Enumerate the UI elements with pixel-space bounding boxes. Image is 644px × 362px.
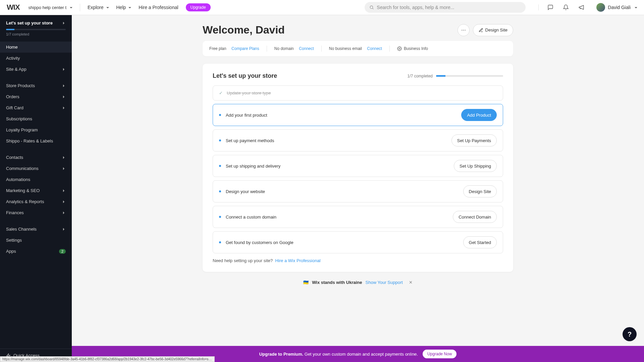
search-icon [369, 5, 374, 10]
user-name: David Giali [608, 5, 631, 10]
chevron-right-icon [62, 83, 66, 88]
step-label: Set up payment methods [226, 138, 274, 143]
svg-point-4 [463, 29, 464, 30]
sidebar-item-home[interactable]: Home [0, 42, 72, 53]
connect-email-link[interactable]: Connect [367, 46, 382, 51]
chevron-right-icon [62, 105, 66, 110]
step-action-button[interactable]: Connect Domain [453, 211, 497, 223]
wix-logo[interactable]: WIX [7, 3, 20, 12]
sidebar-item-settings[interactable]: Settings [0, 235, 72, 246]
svg-point-6 [399, 48, 400, 49]
design-site-button[interactable]: Design Site [473, 24, 513, 36]
step-action-button[interactable]: Set Up Shipping [454, 160, 497, 172]
chevron-right-icon [62, 166, 66, 171]
sidebar-nav: HomeActivitySite & AppStore ProductsOrde… [0, 42, 72, 349]
sidebar-item-label: Loyalty Program [6, 127, 38, 132]
page-title: Welcome, David [203, 24, 285, 36]
help-fab[interactable]: ? [623, 327, 637, 341]
setup-progress-text: 1/7 completed [408, 74, 433, 78]
chevron-right-icon [62, 155, 66, 160]
chevron-right-icon [62, 188, 66, 193]
business-info-link[interactable]: Business Info [397, 46, 428, 51]
hire-wix-pro-link[interactable]: Hire a Wix Professional [275, 258, 320, 263]
nav-explore[interactable]: Explore [88, 5, 109, 10]
step-action-button[interactable]: Add Product [461, 109, 497, 121]
setup-step[interactable]: ✓Update your store type [213, 85, 503, 101]
setup-step[interactable]: Add your first productAdd Product [213, 104, 503, 126]
sidebar-item-label: Site & App [6, 67, 26, 72]
step-label: Set up shipping and delivery [226, 164, 280, 169]
sidebar-item-site-app[interactable]: Site & App [0, 64, 72, 75]
step-action-button[interactable]: Set Up Payments [451, 134, 497, 146]
sidebar-item-label: Sales Channels [6, 227, 37, 232]
sidebar-item-apps[interactable]: Apps2 [0, 246, 72, 257]
sidebar-item-contacts[interactable]: Contacts [0, 152, 72, 163]
bullet-icon [219, 139, 221, 141]
upgrade-bold: Upgrade to Premium. [259, 352, 303, 357]
ukraine-banner: 🇺🇦 Wix stands with Ukraine Show Your Sup… [203, 280, 513, 285]
setup-step[interactable]: Design your websiteDesign Site [213, 180, 503, 202]
question-icon: ? [628, 330, 632, 338]
sidebar-item-marketing-seo[interactable]: Marketing & SEO [0, 185, 72, 196]
sidebar-item-automations[interactable]: Automations [0, 174, 72, 185]
bell-icon[interactable] [563, 4, 569, 10]
avatar [596, 3, 605, 12]
sidebar-item-label: Gift Card [6, 105, 23, 110]
upgrade-now-button[interactable]: Upgrade Now [423, 350, 457, 358]
business-info-label: Business Info [404, 46, 428, 51]
compare-plans-link[interactable]: Compare Plans [231, 46, 259, 51]
check-icon: ✓ [219, 90, 223, 96]
svg-point-3 [462, 29, 462, 30]
sidebar-item-analytics-reports[interactable]: Analytics & Reports [0, 196, 72, 207]
sidebar-item-finances[interactable]: Finances [0, 207, 72, 218]
upgrade-text: Get your own custom domain and accept pa… [305, 352, 418, 357]
sidebar-item-store-products[interactable]: Store Products [0, 80, 72, 91]
flag-icon: 🇺🇦 [303, 280, 309, 285]
setup-title: Let's set up your store [213, 72, 277, 79]
setup-step[interactable]: Get found by customers on GoogleGet Star… [213, 231, 503, 253]
search-input[interactable]: Search for tools, apps, help & more... [365, 2, 526, 13]
nav-help[interactable]: Help [116, 5, 131, 10]
nav-hire[interactable]: Hire a Professional [139, 5, 178, 10]
chevron-down-icon [127, 5, 131, 10]
step-action-button[interactable]: Design Site [463, 185, 497, 197]
megaphone-icon[interactable] [578, 4, 584, 10]
sidebar-item-orders[interactable]: Orders [0, 91, 72, 102]
step-label: Update your store type [227, 90, 271, 96]
sidebar-item-shippo-rates-labels[interactable]: Shippo - Rates & Labels [0, 135, 72, 146]
top-nav: Explore Help Hire a Professional Upgrade [88, 3, 211, 11]
badge: 2 [59, 249, 66, 254]
svg-point-0 [370, 6, 373, 8]
banner-link[interactable]: Show Your Support [366, 280, 403, 285]
pencil-icon [479, 28, 483, 33]
sidebar-item-subscriptions[interactable]: Subscriptions [0, 113, 72, 124]
nav-help-label: Help [116, 5, 126, 10]
sidebar-item-label: Activity [6, 56, 20, 61]
separator [267, 46, 267, 52]
svg-line-1 [373, 8, 374, 9]
user-menu[interactable]: David Giali [596, 3, 637, 12]
bullet-icon [219, 114, 221, 116]
sidebar-item-gift-card[interactable]: Gift Card [0, 102, 72, 113]
close-icon[interactable]: ✕ [409, 280, 413, 285]
sidebar-item-activity[interactable]: Activity [0, 53, 72, 64]
setup-step[interactable]: Connect a custom domainConnect Domain [213, 206, 503, 228]
chevron-down-icon [105, 5, 109, 10]
more-actions-button[interactable] [458, 24, 470, 36]
sidebar-item-loyalty-program[interactable]: Loyalty Program [0, 124, 72, 135]
sidebar-item-communications[interactable]: Communications [0, 163, 72, 174]
step-action-button[interactable]: Get Started [463, 236, 497, 248]
step-label: Connect a custom domain [226, 215, 276, 220]
sidebar-setup-block[interactable]: Let's set up your store 1/7 completed [0, 15, 72, 40]
setup-help: Need help setting up your site? Hire a W… [213, 258, 503, 263]
step-label: Design your website [226, 189, 265, 194]
site-selector[interactable]: shippo help center t [26, 4, 80, 11]
setup-step[interactable]: Set up payment methodsSet Up Payments [213, 129, 503, 152]
dots-icon [461, 27, 466, 33]
upgrade-pill[interactable]: Upgrade [186, 3, 211, 11]
sidebar-item-label: Settings [6, 238, 22, 243]
sidebar-item-sales-channels[interactable]: Sales Channels [0, 224, 72, 235]
connect-domain-link[interactable]: Connect [299, 46, 314, 51]
chat-icon[interactable] [547, 4, 553, 10]
setup-step[interactable]: Set up shipping and deliverySet Up Shipp… [213, 155, 503, 177]
